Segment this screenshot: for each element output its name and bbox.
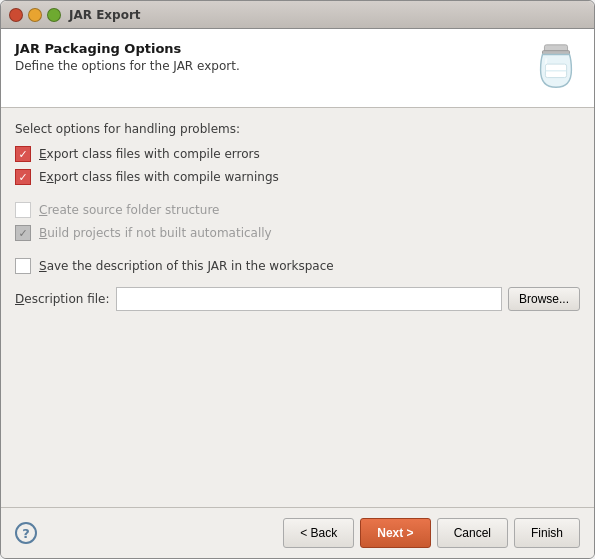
label-source-folder: Create source folder structure bbox=[39, 203, 219, 217]
label-save-description: Save the description of this JAR in the … bbox=[39, 259, 334, 273]
checkbox-row-source-folder: Create source folder structure bbox=[15, 202, 580, 218]
minimize-button[interactable] bbox=[28, 8, 42, 22]
window-controls bbox=[9, 8, 61, 22]
label-build-projects: Build projects if not built automaticall… bbox=[39, 226, 272, 240]
checkmark-icon: ✓ bbox=[18, 149, 27, 160]
back-button[interactable]: < Back bbox=[283, 518, 354, 548]
checkmark-icon: ✓ bbox=[18, 228, 27, 239]
checkbox-build-projects[interactable]: ✓ bbox=[15, 225, 31, 241]
page-description: Define the options for the JAR export. bbox=[15, 59, 240, 73]
page-title: JAR Packaging Options bbox=[15, 41, 240, 56]
cancel-button[interactable]: Cancel bbox=[437, 518, 508, 548]
description-file-label: Description file: bbox=[15, 292, 110, 306]
checkbox-row-compile-warnings: ✓ Export class files with compile warnin… bbox=[15, 169, 580, 185]
jar-icon bbox=[532, 41, 580, 93]
checkbox-row-save-description: Save the description of this JAR in the … bbox=[15, 258, 580, 274]
next-button[interactable]: Next > bbox=[360, 518, 430, 548]
help-button[interactable]: ? bbox=[15, 522, 37, 544]
maximize-button[interactable] bbox=[47, 8, 61, 22]
checkbox-source-folder[interactable] bbox=[15, 202, 31, 218]
description-file-input[interactable] bbox=[116, 287, 502, 311]
browse-button[interactable]: Browse... bbox=[508, 287, 580, 311]
section-label: Select options for handling problems: bbox=[15, 122, 580, 136]
label-compile-warnings: Export class files with compile warnings bbox=[39, 170, 279, 184]
checkbox-compile-errors[interactable]: ✓ bbox=[15, 146, 31, 162]
description-file-row: Description file: Browse... bbox=[15, 287, 580, 311]
close-button[interactable] bbox=[9, 8, 23, 22]
checkbox-row-build-projects: ✓ Build projects if not built automatica… bbox=[15, 225, 580, 241]
window: JAR Export JAR Packaging Options Define … bbox=[0, 0, 595, 559]
checkbox-save-description[interactable] bbox=[15, 258, 31, 274]
checkbox-compile-warnings[interactable]: ✓ bbox=[15, 169, 31, 185]
header-text: JAR Packaging Options Define the options… bbox=[15, 41, 240, 73]
checkmark-icon: ✓ bbox=[18, 172, 27, 183]
footer-buttons: < Back Next > Cancel Finish bbox=[283, 518, 580, 548]
header-section: JAR Packaging Options Define the options… bbox=[1, 29, 594, 108]
content-area: JAR Packaging Options Define the options… bbox=[1, 29, 594, 558]
title-bar: JAR Export bbox=[1, 1, 594, 29]
footer: ? < Back Next > Cancel Finish bbox=[1, 507, 594, 558]
label-compile-errors: Export class files with compile errors bbox=[39, 147, 260, 161]
finish-button[interactable]: Finish bbox=[514, 518, 580, 548]
main-section: Select options for handling problems: ✓ … bbox=[1, 108, 594, 507]
window-title: JAR Export bbox=[69, 8, 141, 22]
checkbox-row-compile-errors: ✓ Export class files with compile errors bbox=[15, 146, 580, 162]
